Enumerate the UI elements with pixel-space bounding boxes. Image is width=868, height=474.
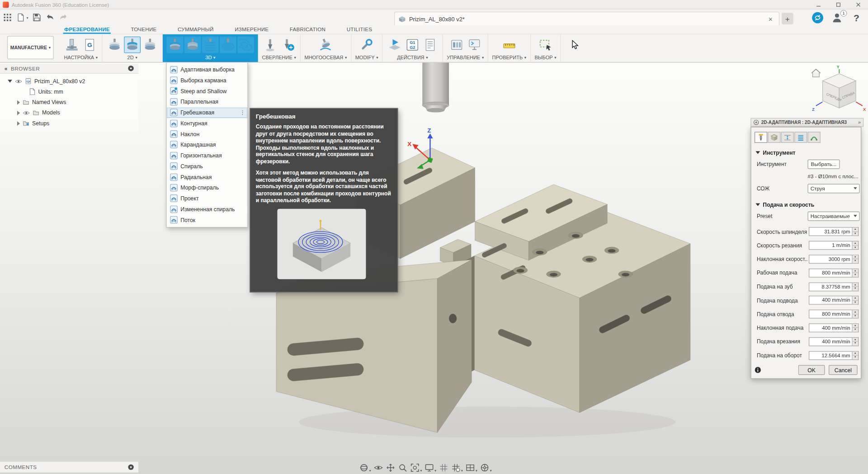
menu-item-6[interactable]: Наклон — [167, 129, 248, 140]
display-settings-button[interactable]: ▾ — [424, 462, 437, 474]
browser-row-2[interactable]: Named Views — [0, 97, 138, 107]
comments-bar[interactable]: COMMENTS — [0, 461, 138, 472]
ribbon-group-label-7[interactable]: УПРАВЛЕНИЕ▾ — [447, 54, 484, 62]
tab-linking-tab[interactable] — [808, 132, 821, 142]
preset-select[interactable]: Настраиваемые — [808, 211, 860, 221]
feed-value-input[interactable]: 400 mm/min — [809, 337, 853, 346]
feed-value-input[interactable]: 800 mm/min — [809, 310, 853, 319]
adaptive2d-icon[interactable] — [124, 36, 141, 53]
zoom-button[interactable] — [397, 462, 408, 474]
expand-panel-icon[interactable]: » — [858, 119, 861, 125]
undo-icon[interactable] — [45, 11, 55, 24]
twisty-icon[interactable] — [8, 80, 12, 82]
feed-value-input[interactable]: 400 mm/min — [809, 323, 853, 332]
spinner[interactable]: ▲▼ — [853, 241, 859, 250]
browser-row-0[interactable]: Prizim_AL_80x80 v2 — [0, 76, 138, 86]
spinner[interactable]: ▲▼ — [853, 337, 859, 346]
fit-button[interactable]: ▾ — [410, 462, 422, 474]
feed-value-input[interactable]: 1 m/min — [809, 241, 853, 250]
thread-icon[interactable] — [279, 36, 296, 53]
tool-library-icon[interactable] — [448, 36, 465, 53]
inspect-icon[interactable] — [501, 36, 518, 53]
collapse-panel-icon[interactable]: « — [5, 65, 8, 71]
ribbon-tab-2[interactable]: СУММАРНЫЙ — [177, 26, 215, 34]
maximize-icon[interactable] — [828, 0, 848, 9]
orbit-button[interactable]: ▾ — [359, 462, 371, 474]
face-mill-icon[interactable] — [106, 36, 123, 53]
operation-panel-header[interactable]: 2D-АДАПТИВНАЯ : 2D-АДАПТИВНАЯ3 » — [750, 118, 863, 127]
spinner[interactable]: ▲▼ — [853, 255, 859, 264]
panel-toggle-icon[interactable] — [128, 65, 134, 71]
browser-row-4[interactable]: Setups — [0, 118, 138, 128]
ribbon-group-label-9[interactable]: ВЫБОР▾ — [534, 54, 556, 62]
spinner[interactable]: ▲▼ — [853, 323, 859, 332]
feed-value-input[interactable]: 8.37758 mm — [809, 282, 853, 291]
spiral-icon[interactable] — [237, 36, 254, 53]
user-avatar[interactable]: 1 — [831, 11, 843, 24]
viewports-button[interactable]: ▾ — [465, 462, 478, 474]
twisty-icon[interactable] — [17, 121, 20, 126]
ribbon-group-label-0[interactable]: НАСТРОЙКА▾ — [64, 54, 98, 62]
ribbon-group-label-4[interactable]: МНОГООСЕВАЯ▾ — [304, 54, 347, 62]
scallop-icon[interactable] — [220, 36, 236, 53]
menu-item-10[interactable]: Радиальная — [167, 171, 248, 182]
look-at-button[interactable] — [373, 462, 383, 474]
minimize-icon[interactable] — [808, 0, 828, 9]
close-icon[interactable] — [848, 0, 868, 9]
more-options-icon[interactable]: ⋮ — [240, 109, 245, 115]
feed-value-input[interactable]: 800 mm/min — [809, 269, 853, 278]
task-manager-icon[interactable] — [466, 36, 482, 53]
cancel-button[interactable]: Cancel — [829, 365, 858, 375]
selection-box-icon[interactable] — [537, 36, 554, 53]
ribbon-group-label-2[interactable]: 3D▾ — [205, 54, 215, 62]
pan-button[interactable] — [385, 462, 396, 474]
browser-row-1[interactable]: Units: mm — [0, 86, 138, 97]
menu-item-2[interactable]: Steep and Shallow — [167, 86, 248, 97]
menu-item-12[interactable]: Проект — [167, 193, 248, 204]
ribbon-tab-1[interactable]: ТОЧЕНИЕ — [130, 26, 158, 34]
grid-settings-button[interactable]: ▾ — [451, 462, 463, 474]
coolant-select[interactable]: Струя — [808, 184, 860, 193]
spinner[interactable]: ▲▼ — [853, 351, 859, 360]
menu-item-8[interactable]: Горизонтальная — [167, 150, 248, 161]
info-icon[interactable] — [755, 367, 761, 374]
app-grid-icon[interactable] — [3, 11, 12, 24]
visibility-eye-icon[interactable] — [15, 79, 22, 83]
menu-item-3[interactable]: Параллельная — [167, 96, 248, 107]
adaptive3d-icon[interactable] — [167, 36, 184, 53]
close-tab-icon[interactable]: ✕ — [766, 16, 775, 22]
menu-item-9[interactable]: Спираль — [167, 161, 248, 172]
gcode-doc-icon[interactable]: G — [81, 36, 98, 53]
setup-sheet-icon[interactable] — [422, 36, 439, 53]
menu-item-11[interactable]: Морф-спираль — [167, 182, 248, 193]
feed-value-input[interactable]: 31.831 rpm — [809, 228, 853, 237]
feed-value-input[interactable]: 12.5664 mm — [809, 351, 853, 360]
ribbon-tab-5[interactable]: UTILITIES — [345, 26, 373, 34]
view-cube[interactable]: СПЕРЕДИ СПРАВА Y Z X — [807, 64, 868, 115]
spinner[interactable]: ▲▼ — [853, 296, 859, 305]
file-menu-icon[interactable]: ▾ — [16, 11, 28, 24]
post-process-icon[interactable]: G1G2 — [404, 36, 421, 53]
menu-item-13[interactable]: Измененная спираль — [167, 204, 248, 215]
twisty-icon[interactable] — [17, 100, 20, 104]
tool-cylinder[interactable] — [422, 62, 449, 112]
home-icon[interactable] — [811, 69, 821, 77]
simulate-icon[interactable] — [387, 36, 403, 53]
tab-geometry-tab[interactable] — [768, 132, 780, 142]
multiaxis-icon[interactable] — [317, 36, 334, 53]
select-tool-button[interactable]: Выбрать... — [808, 159, 840, 169]
tab-tool-tab[interactable] — [755, 132, 767, 142]
menu-item-0[interactable]: Адаптивная выборка — [167, 64, 248, 75]
ribbon-group-label-5[interactable]: MODIFY▾ — [355, 54, 378, 62]
pocket3d-icon[interactable] — [184, 36, 201, 53]
visibility-eye-icon[interactable] — [23, 110, 30, 115]
spinner[interactable]: ▲▼ — [853, 228, 859, 237]
document-tab[interactable]: Prizim_AL_80x80 v2* ✕ — [394, 12, 779, 26]
feed-value-input[interactable]: 3000 rpm — [809, 255, 853, 264]
menu-item-1[interactable]: Выборка кармана — [167, 75, 248, 86]
menu-item-4[interactable]: Гребешковая⋮ — [167, 107, 248, 118]
pocket2d-icon[interactable] — [142, 36, 158, 53]
navigation-button[interactable]: ▾ — [480, 462, 492, 474]
grid-button[interactable] — [439, 462, 449, 474]
ribbon-tab-4[interactable]: FABRICATION — [288, 26, 326, 34]
